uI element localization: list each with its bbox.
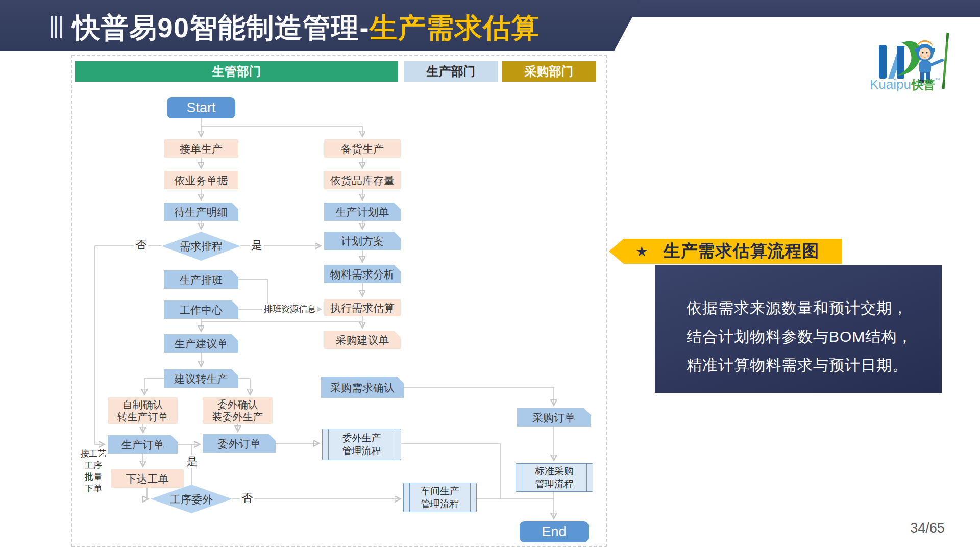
callout-body: 依据需求来源数量和预计交期， 结合计划物料参数与BOM结构， 精准计算物料需求与… — [655, 265, 942, 393]
node-purchase-proposal: 采购建议单 — [324, 331, 401, 349]
node-proposal-to-production: 建议转生产 — [164, 369, 238, 388]
node-outsource-mgmt-subprocess: 委外生产 管理流程 — [322, 429, 401, 460]
node-order-production: 接单生产 — [164, 139, 238, 158]
edge-label-yes-process-outsourcing: 是 — [185, 455, 199, 468]
edge-label-no-demand-scheduling: 否 — [134, 238, 148, 252]
node-stock-production: 备货生产 — [324, 139, 401, 158]
node-end: End — [520, 521, 589, 542]
node-work-center: 工作中心 — [164, 300, 238, 319]
callout-line: 精准计算物料需求与预计日期。 — [687, 355, 908, 376]
node-production-proposal: 生产建议单 — [164, 334, 238, 353]
node-production-plan: 生产计划单 — [324, 203, 401, 221]
node-plan-scheme: 计划方案 — [324, 232, 401, 250]
node-production-order: 生产订单 — [108, 435, 178, 454]
release-work-order-note: 按工艺 工序 批量 下单 — [78, 448, 109, 494]
lane-header-production: 生产部门 — [404, 61, 498, 82]
node-self-make-confirm: 自制确认 转生产订单 — [108, 397, 178, 424]
node-pending-production-detail: 待生产明细 — [164, 203, 238, 221]
node-per-inventory: 依货品库存量 — [324, 171, 401, 189]
callout-title: 生产需求估算流程图 — [648, 240, 842, 263]
node-standard-purchase-subprocess: 标准采购 管理流程 — [516, 463, 593, 492]
brand-latin: Kuaipu — [870, 77, 911, 92]
node-start: Start — [167, 97, 235, 118]
brand-tm: ™ — [935, 77, 940, 83]
node-outsource-order: 委外订单 — [203, 434, 276, 453]
node-run-demand-estimation: 执行需求估算 — [324, 299, 401, 316]
node-release-work-order: 下达工单 — [111, 469, 184, 488]
callout-banner: ★ 生产需求估算流程图 — [609, 239, 842, 264]
lane-header-purchasing: 采购部门 — [502, 61, 596, 82]
node-material-requirement-analysis: 物料需求分析 — [324, 265, 401, 283]
edge-label-schedule-resource-info: 排班资源信息 — [262, 304, 317, 314]
edge-label-no-process-outsourcing: 否 — [240, 491, 254, 505]
node-purchase-demand-confirm: 采购需求确认 — [321, 377, 404, 398]
node-production-scheduling: 生产排班 — [164, 270, 238, 289]
edge-label-yes-demand-scheduling: 是 — [250, 239, 264, 252]
star-icon: ★ — [635, 243, 648, 260]
callout-line: 结合计划物料参数与BOM结构， — [687, 327, 913, 347]
callout-line: 依据需求来源数量和预计交期， — [687, 298, 908, 319]
node-purchase-order: 采购订单 — [517, 408, 591, 427]
node-outsource-confirm: 委外确认 装委外生产 — [203, 397, 273, 424]
brand-cn: 快普 — [911, 78, 935, 91]
lane-header-production-control: 生管部门 — [75, 61, 398, 82]
node-per-business-doc: 依业务单据 — [164, 171, 238, 189]
node-workshop-mgmt-subprocess: 车间生产 管理流程 — [403, 483, 477, 512]
kuaipu-logo: Kuaipu 快普 ™ — [868, 30, 967, 93]
slide: 快普易90智能制造管理-生产需求估算 — [0, 0, 980, 551]
logo-kp-mark — [879, 41, 921, 79]
logo-brand-text: Kuaipu 快普 ™ — [870, 77, 940, 92]
